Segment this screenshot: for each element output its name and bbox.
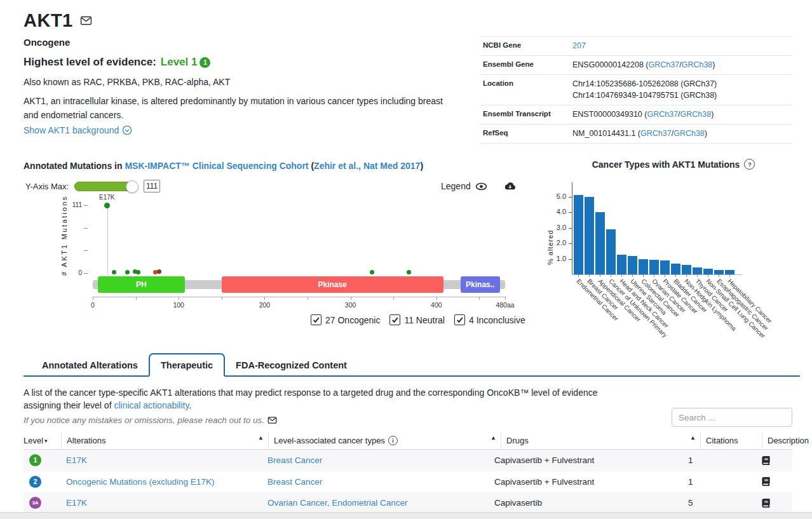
mutation-filter-neutral[interactable]: 11 Neutral: [389, 314, 445, 325]
eye-icon[interactable]: [475, 180, 487, 192]
alteration-link[interactable]: Oncogenic Mutations (excluding E17K): [61, 477, 262, 487]
mutation-dot[interactable]: [370, 270, 374, 274]
domain-PH[interactable]: PH: [98, 276, 185, 293]
x-tick: [600, 274, 600, 277]
y-axis-controls: Y-Axis Max:: [25, 179, 160, 193]
mutation-dot[interactable]: [157, 269, 161, 274]
gene-info-link[interactable]: GRCh37: [640, 129, 672, 138]
cancer-types-link[interactable]: Breast Cancer: [262, 455, 489, 465]
gene-info-line: ENSG00000142208 (GRCh37/GRCh38): [572, 59, 715, 71]
cancer-types-link[interactable]: Breast Cancer: [262, 477, 489, 487]
sort-asc-icon: ▲: [491, 435, 496, 441]
level-cell: 1: [24, 454, 61, 466]
level-2-badge[interactable]: 2: [29, 476, 41, 488]
checkbox-checked-icon[interactable]: [311, 314, 321, 325]
x-tick: [675, 274, 676, 277]
level-1-badge-icon[interactable]: 1: [200, 57, 210, 68]
column-header-description[interactable]: Description: [762, 432, 812, 449]
level-3a-badge[interactable]: 3A: [29, 497, 41, 509]
mutation-dot[interactable]: [407, 270, 411, 274]
description-book-icon[interactable]: [739, 456, 792, 465]
gene-info-link[interactable]: 207: [572, 41, 586, 50]
domain-Pkinase_C[interactable]: Pkinas..: [461, 276, 500, 293]
description-book-icon[interactable]: [739, 499, 792, 508]
y-axis-tick-label: 111: [65, 201, 82, 208]
download-cloud-icon[interactable]: [503, 180, 516, 192]
gene-info-label: Ensembl Transcript: [483, 109, 572, 121]
mutation-filter-inconclusive[interactable]: 4 Inconclusive: [454, 314, 525, 325]
column-header-level-associated-cancer-types[interactable]: Level-associated cancer typesi▲: [268, 432, 501, 449]
x-axis-tick-label: 400: [431, 301, 442, 309]
checkbox-checked-icon[interactable]: [454, 314, 465, 325]
y-axis-max-input[interactable]: [144, 180, 160, 192]
legend-controls: Legend: [441, 179, 516, 193]
gene-info-link[interactable]: GRCh38: [682, 60, 713, 69]
gene-info-label: Location: [483, 78, 572, 102]
evidence-level-text: Level 1: [161, 56, 198, 69]
description-book-icon[interactable]: [739, 477, 792, 486]
chevron-down-circle-icon: [122, 125, 132, 135]
page-title: AKT1: [24, 10, 73, 31]
question-circle-icon[interactable]: ?: [744, 159, 755, 170]
gene-info-row: Ensembl TranscriptENST00000349310 (GRCh3…: [480, 105, 792, 124]
gene-info-text: ): [711, 110, 714, 119]
msk-impact-link[interactable]: MSK-IMPACT™ Clinical Sequencing Cohort: [125, 161, 308, 171]
title-text: Annotated Mutations in: [24, 161, 125, 171]
table-row: 1E17KBreast CancerCapivasertib + Fulvest…: [24, 450, 792, 471]
citations-cell: 1: [683, 477, 739, 487]
gene-info-line: Chr14:104769349-104795751 (GRCh38): [572, 90, 717, 102]
sort-asc-icon: ▲: [258, 435, 264, 441]
clinical-actionability-link[interactable]: clinical actionability: [114, 400, 189, 410]
column-header-label: Alterations: [67, 436, 105, 445]
alteration-link[interactable]: E17K: [61, 498, 262, 508]
mutations-section-title: Annotated Mutations in MSK-IMPACT™ Clini…: [24, 161, 423, 171]
gene-info-link[interactable]: GRCh37: [647, 110, 678, 119]
mutation-dot[interactable]: [125, 270, 130, 274]
mutation-dot[interactable]: [136, 270, 140, 274]
alteration-link[interactable]: E17K: [61, 455, 262, 465]
slider-handle[interactable]: [126, 180, 139, 193]
mutation-filter-row: 27 Oncogenic11 Neutral4 Inconclusive: [311, 314, 525, 325]
therapeutic-alterations-table: Level▾Alterations▲Level-associated cance…: [24, 432, 792, 514]
sort-desc-icon: ▾: [44, 438, 48, 444]
x-axis-tick: [351, 297, 351, 300]
x-axis-tick: [264, 297, 265, 300]
cancer-types-bar-chart: Cancer Types with AKT1 Mutations ? % alt…: [540, 159, 812, 368]
mutation-dot-e17k[interactable]: [104, 203, 110, 208]
gene-info-link[interactable]: GRCh38: [673, 129, 705, 138]
tab-annotated-alterations[interactable]: Annotated Alterations: [31, 354, 149, 375]
mail-icon[interactable]: [267, 415, 277, 425]
gene-info-text: Chr14:105235686-105262088 (GRCh37): [572, 79, 717, 88]
mutation-filter-oncogenic[interactable]: 27 Oncogenic: [311, 314, 380, 325]
tab-therapeutic[interactable]: Therapeutic: [149, 353, 225, 377]
y-tick-label: 3.0: [549, 224, 566, 231]
bar-breast-cancer: [585, 197, 594, 275]
gene-info-text: ENSG00000142208 (: [572, 60, 649, 69]
column-header-label: Description: [768, 436, 809, 445]
info-circle-icon[interactable]: i: [388, 436, 398, 445]
therapeutic-description: A list of the cancer type-specific AKT1 …: [24, 386, 662, 426]
show-background-link[interactable]: Show AKT1 background: [24, 125, 132, 135]
zehir-citation-link[interactable]: Zehir et al., Nat Med 2017: [314, 161, 420, 171]
column-header-level[interactable]: Level▾: [24, 432, 61, 449]
y-axis-max-slider[interactable]: [74, 182, 137, 191]
domain-Pkinase[interactable]: Pkinase: [222, 276, 443, 293]
gene-info-line: 207: [572, 40, 586, 52]
mutation-dot[interactable]: [112, 270, 116, 274]
feedback-envelope-icon[interactable]: [80, 15, 92, 27]
x-tick: [632, 274, 633, 277]
cancer-types-link[interactable]: Ovarian Cancer, Endometrial Cancer: [262, 498, 489, 508]
x-tick: [697, 274, 698, 277]
search-input[interactable]: [672, 408, 792, 427]
gene-info-link[interactable]: GRCh37: [649, 60, 680, 69]
tab-fda-recognized-content[interactable]: FDA-Recognized Content: [225, 354, 358, 375]
x-tick: [708, 274, 708, 277]
level-1-badge[interactable]: 1: [29, 454, 41, 466]
x-tick: [729, 274, 730, 277]
checkbox-checked-icon[interactable]: [389, 314, 400, 325]
description-text: .: [189, 400, 191, 410]
column-header-drugs[interactable]: Drugs▲: [501, 432, 700, 449]
gene-info-link[interactable]: GRCh38: [680, 110, 712, 119]
column-header-citations[interactable]: Citations: [700, 432, 762, 449]
column-header-alterations[interactable]: Alterations▲: [61, 432, 268, 449]
